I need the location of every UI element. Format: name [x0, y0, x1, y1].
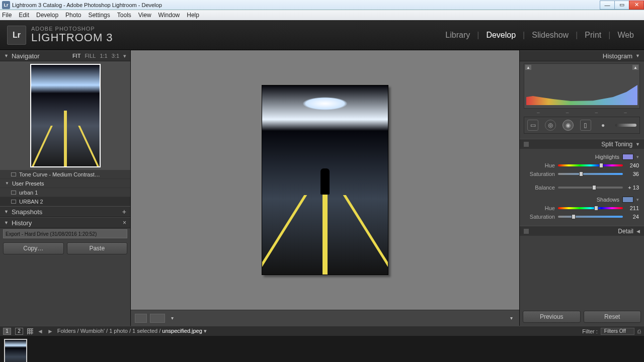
redeye-tool[interactable]: ◉	[562, 120, 574, 131]
module-develop[interactable]: Develop	[483, 31, 519, 40]
add-snapshot-button[interactable]: +	[122, 208, 126, 216]
navigator-header[interactable]: ▼ Navigator FIT FILL 1:1 3:1 ▾	[0, 50, 130, 61]
highlights-hue-slider[interactable]	[558, 164, 623, 166]
window-minimize-button[interactable]: ―	[600, 1, 615, 10]
nav-forward-icon[interactable]: ►	[47, 328, 53, 335]
shadows-hue-slider[interactable]	[558, 207, 623, 209]
second-window-2[interactable]: 2	[15, 328, 23, 335]
shadows-picker-icon[interactable]: ▾	[636, 197, 639, 202]
balance-value[interactable]: + 13	[623, 185, 639, 191]
brand-title: LIGHTROOM 3	[31, 32, 113, 44]
develop-tool-strip: ▭ ◎ ◉ ▯ ●	[524, 117, 640, 134]
preset-urban-2[interactable]: URBAN 2	[0, 197, 130, 206]
nav-back-icon[interactable]: ◄	[37, 328, 43, 335]
menu-photo[interactable]: Photo	[65, 12, 81, 19]
menu-develop[interactable]: Develop	[36, 12, 58, 19]
module-slideshow[interactable]: Slideshow	[529, 31, 572, 40]
shadows-label: Shadows	[525, 197, 622, 203]
highlights-sat-slider[interactable]	[558, 173, 623, 175]
highlights-label: Highlights	[525, 154, 622, 160]
menu-edit[interactable]: Edit	[19, 12, 29, 19]
reset-button[interactable]: Reset	[584, 311, 641, 323]
highlights-picker-icon[interactable]: ▾	[636, 154, 639, 159]
disclosure-triangle-icon: ▼	[635, 53, 640, 58]
preset-tone-curve[interactable]: Tone Curve - Medium Contrast…	[0, 170, 130, 179]
module-web[interactable]: Web	[614, 31, 637, 40]
disclosure-triangle-icon: ◀	[636, 229, 640, 234]
navigator-preview[interactable]	[0, 61, 130, 170]
highlight-clipping-icon[interactable]: ▲	[632, 65, 638, 70]
history-title: History	[12, 219, 32, 227]
shadows-swatch[interactable]	[622, 197, 633, 203]
second-window-1[interactable]: 1	[3, 328, 11, 335]
menu-help[interactable]: Help	[187, 12, 199, 19]
loupe-view-button[interactable]	[135, 314, 147, 323]
menu-view[interactable]: View	[138, 12, 151, 19]
split-toning-header[interactable]: Split Toning ▼	[520, 139, 644, 149]
graduated-filter-tool[interactable]: ▯	[580, 120, 591, 131]
breadcrumb-menu-icon[interactable]: ▾	[204, 328, 207, 334]
split-toning-panel: Highlights ▾ Hue 240 Saturation 36 Balan…	[520, 149, 644, 224]
center-canvas: ▾ ▾	[131, 50, 519, 326]
preset-urban-1[interactable]: urban 1	[0, 188, 130, 197]
shadow-clipping-icon[interactable]: ▲	[525, 65, 531, 70]
navigator-title: Navigator	[12, 52, 40, 60]
grid-view-icon[interactable]	[27, 328, 33, 334]
history-header[interactable]: ▼ History ×	[0, 217, 130, 228]
photo-viewport[interactable]	[131, 50, 519, 310]
before-after-button[interactable]	[150, 314, 165, 323]
histogram-header[interactable]: Histogram ▼	[520, 50, 644, 61]
window-close-button[interactable]: ✕	[629, 1, 644, 10]
crop-tool[interactable]: ▭	[527, 120, 538, 131]
paste-button[interactable]: Paste	[67, 242, 128, 254]
highlights-sat-value[interactable]: 36	[623, 171, 639, 177]
zoom-3to1[interactable]: 3:1	[112, 53, 119, 59]
module-library[interactable]: Library	[442, 31, 473, 40]
preset-group-user[interactable]: ▼User Presets	[0, 179, 130, 188]
menu-bar: File Edit Develop Photo Settings Tools V…	[0, 10, 644, 20]
adjustment-brush-tool[interactable]: ●	[598, 120, 609, 131]
highlights-swatch[interactable]	[622, 154, 633, 160]
filmstrip[interactable]	[0, 336, 644, 362]
filter-lock-icon[interactable]: ⎙	[637, 328, 641, 334]
zoom-menu-icon[interactable]: ▾	[123, 53, 126, 59]
histogram[interactable]: ▲ ▲	[524, 63, 640, 109]
before-after-menu[interactable]: ▾	[168, 314, 176, 322]
zoom-fit[interactable]: FIT	[72, 53, 81, 59]
history-entry[interactable]: Export - Hard Drive (31/08/2016 1:20:52)	[3, 229, 127, 238]
menu-window[interactable]: Window	[158, 12, 180, 19]
panel-switch[interactable]	[524, 142, 529, 147]
shadows-sat-value[interactable]: 24	[623, 214, 639, 220]
zoom-1to1[interactable]: 1:1	[100, 53, 107, 59]
filmstrip-thumbnail[interactable]	[4, 339, 27, 362]
window-title: Lightroom 3 Catalog - Adobe Photoshop Li…	[12, 2, 600, 8]
copy-button[interactable]: Copy…	[3, 242, 64, 254]
detail-title: Detail	[618, 228, 633, 235]
panel-switch[interactable]	[524, 229, 529, 234]
snapshots-header[interactable]: ▼ Snapshots +	[0, 206, 130, 217]
module-print[interactable]: Print	[582, 31, 604, 40]
shadows-hue-value[interactable]: 211	[623, 205, 639, 211]
histogram-readout: ––––	[524, 110, 640, 115]
left-panel: ▼ Navigator FIT FILL 1:1 3:1 ▾ Tone Curv…	[0, 50, 131, 326]
toolbar-menu[interactable]: ▾	[507, 314, 515, 322]
app-icon: Lr	[2, 1, 10, 9]
disclosure-triangle-icon: ▼	[4, 53, 9, 58]
filmstrip-header: 1 2 ◄ ► Folders / Wumbioh' / 1 photo / 1…	[0, 326, 644, 336]
breadcrumb[interactable]: Folders / Wumbioh' / 1 photo / 1 selecte…	[57, 328, 207, 334]
balance-slider[interactable]	[558, 187, 623, 189]
previous-button[interactable]: Previous	[523, 311, 581, 323]
spot-removal-tool[interactable]: ◎	[545, 120, 556, 131]
menu-tools[interactable]: Tools	[117, 12, 131, 19]
exposure-slider-icon[interactable]	[615, 124, 636, 127]
menu-file[interactable]: File	[2, 12, 12, 19]
shadows-sat-slider[interactable]	[558, 216, 623, 218]
filter-dropdown[interactable]: Filters Off	[601, 328, 634, 335]
clear-history-button[interactable]: ×	[123, 219, 126, 226]
detail-header[interactable]: Detail ◀	[520, 226, 644, 236]
menu-settings[interactable]: Settings	[88, 12, 110, 19]
zoom-fill[interactable]: FILL	[85, 53, 96, 59]
window-maximize-button[interactable]: ▭	[614, 1, 629, 10]
split-toning-title: Split Toning	[601, 141, 632, 148]
highlights-hue-value[interactable]: 240	[623, 162, 639, 168]
